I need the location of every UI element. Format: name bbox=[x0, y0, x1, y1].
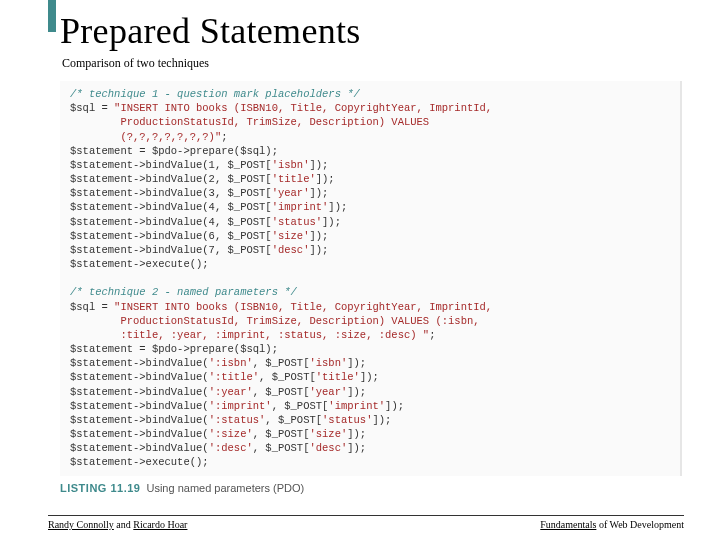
code-text: ]); bbox=[316, 173, 335, 185]
code-text: , $_POST[ bbox=[265, 414, 322, 426]
listing-caption: LISTING 11.19Using named parameters (PDO… bbox=[60, 482, 672, 494]
code-string: 'imprint' bbox=[328, 400, 385, 412]
code-text: $statement->bindValue( bbox=[70, 386, 209, 398]
author-2: Ricardo Hoar bbox=[133, 519, 187, 530]
code-string: 'year' bbox=[272, 187, 310, 199]
code-listing: /* technique 1 - question mark placehold… bbox=[70, 87, 670, 470]
code-text: $statement->bindValue( bbox=[70, 357, 209, 369]
code-text: ]); bbox=[372, 414, 391, 426]
code-string: (?,?,?,?,?,?,?)" bbox=[70, 131, 221, 143]
code-text: , $_POST[ bbox=[253, 386, 310, 398]
code-string: 'size' bbox=[309, 428, 347, 440]
subtitle: Comparison of two techniques bbox=[62, 56, 672, 71]
code-text: $statement->bindValue(4, $_POST[ bbox=[70, 201, 272, 213]
code-text: ]); bbox=[309, 159, 328, 171]
listing-number: LISTING 11.19 bbox=[60, 482, 140, 494]
code-string: ':status' bbox=[209, 414, 266, 426]
code-text: ]); bbox=[309, 187, 328, 199]
code-string: :title, :year, :imprint, :status, :size,… bbox=[70, 329, 429, 341]
code-text: $statement->bindValue(3, $_POST[ bbox=[70, 187, 272, 199]
code-text: $statement->bindValue(1, $_POST[ bbox=[70, 159, 272, 171]
code-string: ':size' bbox=[209, 428, 253, 440]
code-string: 'desc' bbox=[309, 442, 347, 454]
code-text: ]); bbox=[347, 442, 366, 454]
code-text: $statement->bindValue( bbox=[70, 442, 209, 454]
code-text: $sql = bbox=[70, 102, 114, 114]
code-text: $statement->bindValue( bbox=[70, 428, 209, 440]
slide: Prepared Statements Comparison of two te… bbox=[0, 0, 720, 540]
footer-left: Randy Connolly and Ricardo Hoar bbox=[48, 519, 187, 530]
code-listing-box: /* technique 1 - question mark placehold… bbox=[60, 81, 682, 476]
code-string: "INSERT INTO books (ISBN10, Title, Copyr… bbox=[114, 102, 492, 114]
code-text: , $_POST[ bbox=[259, 371, 316, 383]
code-string: ':desc' bbox=[209, 442, 253, 454]
code-string: ProductionStatusId, TrimSize, Descriptio… bbox=[70, 116, 429, 128]
code-text: $statement = $pdo->prepare($sql); bbox=[70, 145, 278, 157]
code-text: $statement->bindValue( bbox=[70, 414, 209, 426]
code-text: $sql = bbox=[70, 301, 114, 313]
listing-text: Using named parameters (PDO) bbox=[146, 482, 304, 494]
code-text: ]); bbox=[328, 201, 347, 213]
author-1: Randy Connolly bbox=[48, 519, 114, 530]
footer: Randy Connolly and Ricardo Hoar Fundamen… bbox=[48, 515, 684, 530]
code-string: 'status' bbox=[322, 414, 372, 426]
code-text: $statement->bindValue( bbox=[70, 371, 209, 383]
code-text: $statement->execute(); bbox=[70, 456, 209, 468]
code-string: 'title' bbox=[316, 371, 360, 383]
code-string: 'status' bbox=[272, 216, 322, 228]
code-text: $statement->bindValue( bbox=[70, 400, 209, 412]
footer-text: and bbox=[114, 519, 133, 530]
footer-text: of Web Development bbox=[596, 519, 684, 530]
code-text: ]); bbox=[347, 386, 366, 398]
code-string: ':isbn' bbox=[209, 357, 253, 369]
code-string: 'size' bbox=[272, 230, 310, 242]
code-comment: /* technique 2 - named parameters */ bbox=[70, 286, 297, 298]
code-text: $statement->execute(); bbox=[70, 258, 209, 270]
code-text: , $_POST[ bbox=[253, 442, 310, 454]
code-string: ':title' bbox=[209, 371, 259, 383]
code-text: $statement->bindValue(2, $_POST[ bbox=[70, 173, 272, 185]
code-text: ]); bbox=[360, 371, 379, 383]
code-string: ProductionStatusId, TrimSize, Descriptio… bbox=[70, 315, 480, 327]
code-comment: /* technique 1 - question mark placehold… bbox=[70, 88, 360, 100]
page-title: Prepared Statements bbox=[60, 10, 672, 52]
code-text: ]); bbox=[309, 230, 328, 242]
code-text: $statement = $pdo->prepare($sql); bbox=[70, 343, 278, 355]
code-string: ':imprint' bbox=[209, 400, 272, 412]
code-text: $statement->bindValue(7, $_POST[ bbox=[70, 244, 272, 256]
code-text: ]); bbox=[322, 216, 341, 228]
accent-bar bbox=[48, 0, 56, 32]
code-string: 'desc' bbox=[272, 244, 310, 256]
code-string: 'title' bbox=[272, 173, 316, 185]
code-string: "INSERT INTO books (ISBN10, Title, Copyr… bbox=[114, 301, 492, 313]
code-text: $statement->bindValue(4, $_POST[ bbox=[70, 216, 272, 228]
code-text: ; bbox=[221, 131, 227, 143]
code-text: ; bbox=[429, 329, 435, 341]
code-text: ]); bbox=[347, 357, 366, 369]
code-text: ]); bbox=[347, 428, 366, 440]
code-text: ]); bbox=[309, 244, 328, 256]
code-text: , $_POST[ bbox=[272, 400, 329, 412]
code-text: , $_POST[ bbox=[253, 357, 310, 369]
footer-right: Fundamentals of Web Development bbox=[540, 519, 684, 530]
code-text: $statement->bindValue(6, $_POST[ bbox=[70, 230, 272, 242]
code-string: ':year' bbox=[209, 386, 253, 398]
code-text: , $_POST[ bbox=[253, 428, 310, 440]
code-string: 'imprint' bbox=[272, 201, 329, 213]
book-title-word: Fundamentals bbox=[540, 519, 596, 530]
code-text: ]); bbox=[385, 400, 404, 412]
code-string: 'isbn' bbox=[272, 159, 310, 171]
code-string: 'isbn' bbox=[309, 357, 347, 369]
code-string: 'year' bbox=[309, 386, 347, 398]
